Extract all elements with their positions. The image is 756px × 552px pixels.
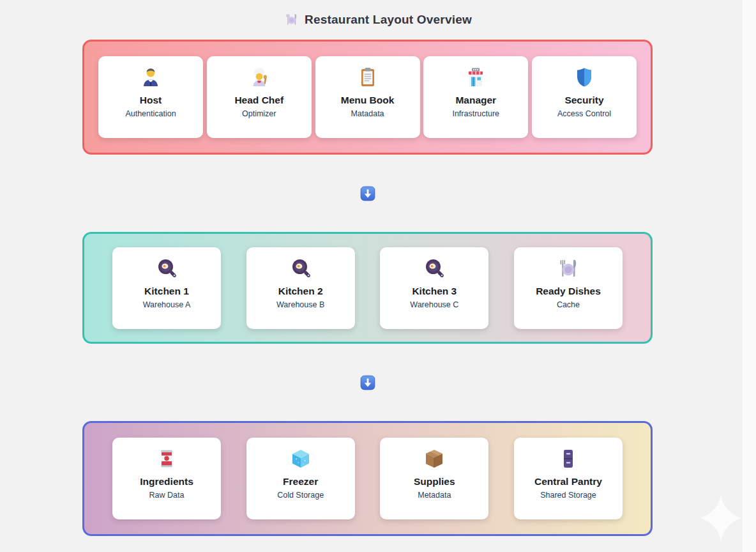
node-card-host: Host Authentication	[98, 56, 203, 138]
store-icon	[464, 66, 487, 89]
node-title: Kitchen 3	[412, 286, 457, 297]
node-card-freezer: Freezer Cold Storage	[246, 438, 355, 519]
sparkle-watermark	[700, 495, 741, 541]
node-subtitle: Infrastructure	[452, 109, 499, 118]
right-edge-strip	[743, 0, 756, 552]
page-title: Restaurant Layout Overview	[305, 13, 472, 27]
node-card-manager: Manager Infrastructure	[423, 56, 528, 138]
page-header: Restaurant Layout Overview	[0, 0, 756, 31]
file-cabinet-icon	[557, 447, 580, 470]
node-card-menu-book: Menu Book Matadata	[315, 56, 420, 138]
chef-icon	[248, 66, 271, 89]
node-title: Ready Dishes	[536, 286, 601, 297]
node-subtitle: Cold Storage	[277, 491, 324, 500]
frying-pan-icon	[423, 257, 446, 280]
node-card-supplies: Supplies Metadata	[380, 438, 488, 519]
node-card-central-pantry: Central Pantry Shared Storage	[514, 438, 623, 519]
canned-food-icon	[155, 447, 178, 470]
node-title: Kitchen 1	[144, 286, 189, 297]
plate-cutlery-icon	[284, 12, 299, 27]
node-title: Kitchen 2	[278, 286, 323, 297]
node-title: Central Pantry	[534, 476, 602, 487]
node-title: Head Chef	[234, 95, 284, 106]
node-card-security: Security Access Control	[532, 56, 637, 138]
node-card-ingredients: Ingredients Raw Data	[112, 438, 221, 519]
node-title: Supplies	[414, 476, 455, 487]
service-tier-container: Host Authentication Head Chef Optimizer	[82, 40, 653, 155]
node-subtitle: Authentication	[125, 109, 176, 118]
frying-pan-icon	[155, 257, 178, 280]
node-card-kitchen-2: Kitchen 2 Warehouse B	[246, 247, 355, 329]
plate-cutlery-icon	[557, 257, 580, 280]
node-subtitle: Cache	[557, 300, 580, 309]
node-card-ready-dishes: Ready Dishes Cache	[514, 247, 623, 329]
node-subtitle: Shared Storage	[540, 491, 596, 500]
flow-arrow-2	[82, 344, 653, 421]
package-icon	[423, 447, 446, 470]
node-card-kitchen-1: Kitchen 1 Warehouse A	[112, 247, 221, 329]
node-title: Ingredients	[140, 476, 193, 487]
node-card-kitchen-3: Kitchen 3 Warehouse C	[380, 247, 488, 329]
node-subtitle: Metadata	[418, 491, 451, 500]
down-arrow-icon	[359, 185, 377, 203]
node-card-head-chef: Head Chef Optimizer	[207, 56, 312, 138]
office-worker-icon	[139, 66, 162, 89]
ice-cube-icon	[289, 447, 312, 470]
node-subtitle: Access Control	[557, 109, 611, 118]
page: Restaurant Layout Overview Host Authenti…	[0, 0, 756, 552]
down-arrow-icon	[359, 374, 377, 392]
node-subtitle: Optimizer	[242, 109, 276, 118]
node-title: Menu Book	[341, 95, 395, 106]
node-title: Host	[140, 95, 162, 106]
node-subtitle: Matadata	[351, 109, 384, 118]
flow-arrow-1	[82, 155, 653, 232]
kitchen-tier-container: Kitchen 1 Warehouse A Kitchen 2 Warehous…	[82, 232, 653, 344]
storage-tier-container: Ingredients Raw Data Freezer Cold Storag…	[82, 421, 653, 536]
node-title: Freezer	[283, 476, 318, 487]
clipboard-icon	[356, 66, 379, 89]
node-subtitle: Warehouse C	[410, 300, 458, 309]
node-title: Security	[564, 95, 603, 106]
node-subtitle: Raw Data	[149, 491, 185, 500]
node-title: Manager	[455, 95, 496, 106]
node-subtitle: Warehouse B	[276, 300, 324, 309]
node-subtitle: Warehouse A	[143, 300, 191, 309]
shield-icon	[573, 66, 596, 89]
frying-pan-icon	[289, 257, 312, 280]
